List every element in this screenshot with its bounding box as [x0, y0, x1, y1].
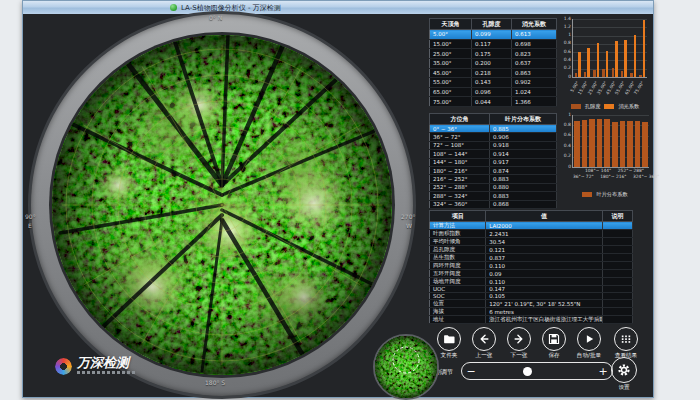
bar-孔隙度 — [621, 71, 624, 77]
legend-label: 叶片分布系数 — [596, 191, 627, 198]
arrow-right-icon — [512, 332, 526, 346]
cell: 2.2431 — [486, 230, 603, 238]
cell: 0.874 — [490, 166, 557, 174]
save-button-label: 保存 — [537, 352, 571, 360]
column-header: 天顶角 — [430, 19, 472, 30]
zenith-table[interactable]: 天顶角孔隙度消光系数5.00°0.0990.61315.00°0.1170.69… — [429, 18, 556, 107]
table-row[interactable]: 叶面积指数2.2431 — [430, 230, 633, 238]
params-table[interactable]: 项目值说明计算方法LAI2000叶面积指数2.2431平均叶倾角30.54总孔隙… — [429, 210, 633, 323]
auto-batch-button[interactable]: 自动/批量 — [572, 327, 606, 360]
y-tick-label: 1 — [568, 33, 571, 38]
cell: 25.00° — [430, 49, 472, 59]
cell: 四环开阔度 — [430, 262, 486, 270]
zenith-chart: 00.20.40.60.811.21.45.00°15.00°25.00°35.… — [559, 19, 651, 119]
slider-minus[interactable]: − — [462, 366, 480, 377]
view-results-button[interactable]: 查看结果 — [609, 327, 643, 360]
table-row[interactable]: 45.00°0.2180.863 — [430, 68, 557, 78]
cell: 五环开阔度 — [430, 270, 486, 278]
cell: 0.117 — [472, 39, 512, 49]
column-header: 叶片分布系数 — [490, 114, 557, 125]
table-row[interactable]: 55.00°0.1430.902 — [430, 78, 557, 88]
title-bar[interactable]: LA-S植物图像分析仪 - 万深检测 — [23, 1, 653, 15]
desktop: LA-S植物图像分析仪 - 万深检测 — [0, 0, 700, 400]
cell: 0.902 — [512, 78, 557, 88]
y-tick-label: 0 — [568, 165, 571, 170]
next-button[interactable]: 下一张 — [502, 327, 536, 360]
cell: UOC — [430, 286, 486, 293]
compass-north: 0° N — [209, 15, 222, 22]
table-row[interactable]: 5.00°0.0990.613 — [430, 30, 557, 40]
canopy-image[interactable] — [52, 35, 392, 375]
bar-叶片分布系数 — [612, 122, 617, 167]
slider-track[interactable] — [480, 363, 594, 379]
cell: 地址 — [430, 316, 486, 324]
cell: 0.044 — [472, 97, 512, 107]
cell — [602, 286, 632, 293]
save-icon — [547, 332, 561, 346]
legend-label: 孔隙度 — [585, 103, 601, 110]
table-row[interactable]: 丛生指数0.837 — [430, 254, 633, 262]
azimuth-table[interactable]: 方位角叶片分布系数0° ~ 36°0.88536° ~ 72°0.90672° … — [429, 113, 556, 209]
table-row[interactable]: SOC0.105 — [430, 293, 633, 300]
table-row[interactable]: 180° ~ 216°0.874 — [430, 166, 557, 174]
y-tick-label: 0.8 — [564, 41, 571, 46]
table-row[interactable]: 252° ~ 288°0.880 — [430, 183, 557, 191]
cell: 0.906 — [490, 133, 557, 141]
cell: 0.863 — [512, 68, 557, 78]
table-row[interactable]: 216° ~ 252°0.883 — [430, 175, 557, 183]
cell: 72° ~ 108° — [430, 141, 490, 149]
table-row[interactable]: 海拔6 metres — [430, 308, 633, 316]
table-row[interactable]: 75.00°0.0441.366 — [430, 97, 557, 107]
bar-消光系数 — [643, 20, 646, 77]
table-row[interactable]: 65.00°0.0961.024 — [430, 87, 557, 97]
gridline — [573, 19, 647, 20]
preview-thumbnail[interactable] — [373, 334, 439, 400]
table-row[interactable]: 平均叶倾角30.54 — [430, 238, 633, 246]
table-row[interactable]: 地址浙江省杭州市江干区白杨街道浙江理工大学后勤东苑 — [430, 316, 633, 324]
bar-叶片分布系数 — [574, 121, 579, 167]
table-row[interactable]: 位置120° 21' 0.19"E, 30° 18' 52.55"N — [430, 300, 633, 308]
table-row[interactable]: 四环开阔度0.110 — [430, 262, 633, 270]
table-row[interactable]: 总孔隙度0.121 — [430, 246, 633, 254]
cell — [602, 246, 632, 254]
y-tick-label: 0 — [568, 75, 571, 80]
cell: 15.00° — [430, 39, 472, 49]
table-row[interactable]: 0° ~ 36°0.885 — [430, 125, 557, 133]
save-button[interactable]: 保存 — [537, 327, 571, 360]
auto-batch-button-label: 自动/批量 — [572, 352, 606, 360]
legend-label: 消光系数 — [618, 103, 639, 110]
segmentation-slider[interactable]: − + — [461, 362, 613, 380]
cell: 252° ~ 288° — [430, 183, 490, 191]
legend-swatch — [604, 104, 614, 109]
cell: 0.880 — [490, 183, 557, 191]
cell: 0.110 — [486, 278, 603, 286]
table-row[interactable]: 计算方法LAI2000 — [430, 222, 633, 230]
bar-叶片分布系数 — [620, 121, 625, 167]
previous-button[interactable]: 上一张 — [467, 327, 501, 360]
y-tick-label: 0.4 — [564, 58, 571, 63]
table-row[interactable]: 108° ~ 144°0.914 — [430, 150, 557, 158]
table-row[interactable]: 五环开阔度0.09 — [430, 270, 633, 278]
table-row[interactable]: 场地开阔度0.110 — [430, 278, 633, 286]
cell: 65.00° — [430, 87, 472, 97]
table-row[interactable]: 35.00°0.2000.637 — [430, 58, 557, 68]
y-tick-label: 0.6 — [564, 133, 571, 138]
cell: 0.883 — [490, 175, 557, 183]
bar-消光系数 — [587, 48, 590, 77]
table-row[interactable]: 144° ~ 180°0.917 — [430, 158, 557, 166]
cell: 计算方法 — [430, 222, 486, 230]
table-row[interactable]: UOC0.147 — [430, 286, 633, 293]
table-row[interactable]: 288° ~ 324°0.883 — [430, 192, 557, 200]
table-row[interactable]: 72° ~ 108°0.918 — [430, 141, 557, 149]
cell: 0.637 — [512, 58, 557, 68]
compass-east: E — [28, 223, 32, 230]
bar-孔隙度 — [593, 70, 596, 77]
settings-button[interactable]: 设置 — [607, 357, 641, 392]
table-row[interactable]: 25.00°0.1750.823 — [430, 49, 557, 59]
cell: LAI2000 — [486, 222, 603, 230]
table-row[interactable]: 36° ~ 72°0.906 — [430, 133, 557, 141]
legend-swatch — [571, 104, 581, 109]
slider-knob[interactable] — [523, 367, 532, 376]
table-row[interactable]: 15.00°0.1170.698 — [430, 39, 557, 49]
table-row[interactable]: 324° ~ 360°0.868 — [430, 200, 557, 208]
